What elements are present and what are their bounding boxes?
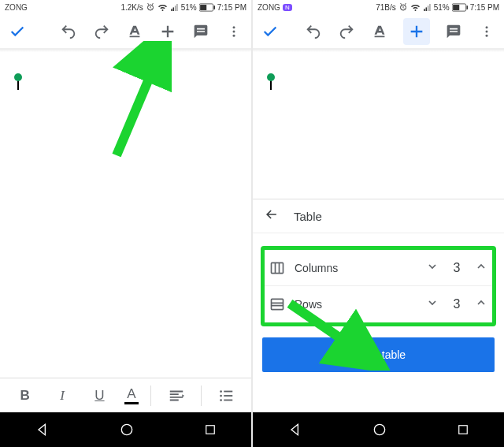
insert-table-label: Insert table <box>351 348 406 361</box>
align-button[interactable] <box>164 383 189 408</box>
check-icon <box>9 23 26 40</box>
battery-pct: 51% <box>434 3 450 12</box>
columns-value: 3 <box>453 261 461 275</box>
android-navbar <box>0 412 251 447</box>
columns-icon <box>269 260 285 276</box>
editor-toolbar <box>253 14 504 49</box>
rows-increase[interactable] <box>475 296 487 312</box>
recents-button[interactable] <box>203 423 217 437</box>
underline-button[interactable]: U <box>87 383 112 408</box>
columns-increase[interactable] <box>475 260 487 276</box>
square-recents-icon <box>456 423 470 437</box>
divider <box>150 386 151 406</box>
signal-icon <box>170 3 179 12</box>
home-button[interactable] <box>372 422 387 438</box>
chevron-up-icon <box>475 296 487 309</box>
overflow-menu[interactable] <box>224 22 243 41</box>
svg-rect-11 <box>224 395 233 397</box>
align-icon <box>168 387 185 404</box>
comment-button[interactable] <box>444 22 463 41</box>
svg-rect-3 <box>200 5 206 10</box>
carrier-label: ZONG <box>5 3 28 12</box>
done-button[interactable] <box>261 22 280 41</box>
back-button[interactable] <box>287 422 303 438</box>
insert-table-button[interactable]: Insert table <box>262 337 495 372</box>
clock: 7:15 PM <box>470 3 499 12</box>
chevron-up-icon <box>475 260 487 273</box>
redo-button[interactable] <box>92 22 111 41</box>
svg-rect-24 <box>272 299 284 309</box>
svg-rect-26 <box>458 426 467 434</box>
comment-icon <box>446 24 461 39</box>
text-cursor <box>270 77 272 90</box>
list-button[interactable] <box>213 383 239 408</box>
undo-icon <box>60 23 77 40</box>
comment-icon <box>193 24 209 39</box>
redo-button[interactable] <box>337 22 356 41</box>
chevron-down-icon <box>426 260 439 273</box>
svg-point-13 <box>121 424 132 434</box>
circle-home-icon <box>119 422 135 438</box>
home-button[interactable] <box>119 422 135 438</box>
redo-icon <box>338 23 355 40</box>
triangle-back-icon <box>35 422 50 438</box>
columns-decrease[interactable] <box>426 260 439 276</box>
arrow-back-icon <box>264 207 280 222</box>
rows-decrease[interactable] <box>426 296 439 312</box>
insert-button-active[interactable] <box>403 18 430 45</box>
columns-label: Columns <box>295 262 338 274</box>
text-format-icon <box>126 23 143 40</box>
text-format-button[interactable] <box>370 22 389 41</box>
rows-icon <box>269 296 285 312</box>
table-panel-header: Table <box>253 199 504 233</box>
svg-point-7 <box>220 390 223 393</box>
undo-button[interactable] <box>304 22 323 41</box>
svg-rect-10 <box>224 390 233 392</box>
bold-button[interactable]: B <box>13 383 38 408</box>
italic-button[interactable]: I <box>50 383 75 408</box>
back-button[interactable] <box>35 422 50 438</box>
svg-point-6 <box>233 34 235 36</box>
done-button[interactable] <box>8 22 27 41</box>
signal-icon <box>423 3 432 12</box>
divider <box>201 386 202 406</box>
check-icon <box>261 23 279 40</box>
document-canvas[interactable] <box>253 49 504 199</box>
undo-button[interactable] <box>59 22 78 41</box>
battery-icon <box>199 3 215 12</box>
recents-button[interactable] <box>456 423 470 437</box>
svg-point-4 <box>233 26 235 28</box>
svg-rect-14 <box>206 426 214 434</box>
net-speed: 1.2K/s <box>120 3 143 12</box>
table-panel-body: Columns 3 Rows 3 <box>253 233 504 380</box>
alarm-icon <box>146 2 155 12</box>
rows-row: Rows 3 <box>265 286 492 322</box>
insert-button[interactable] <box>158 22 177 41</box>
undo-icon <box>305 23 322 40</box>
clock: 7:15 PM <box>217 3 246 12</box>
plus-icon <box>159 23 176 40</box>
wifi-icon <box>158 2 168 12</box>
svg-rect-2 <box>213 6 215 9</box>
android-navbar <box>253 412 504 447</box>
format-bar: B I U A <box>0 378 251 412</box>
text-format-button[interactable] <box>125 22 144 41</box>
rows-value: 3 <box>453 297 461 311</box>
annotation-highlight-box: Columns 3 Rows 3 <box>261 246 496 326</box>
svg-point-20 <box>486 26 488 28</box>
document-canvas[interactable] <box>0 49 251 378</box>
svg-rect-23 <box>272 263 284 273</box>
comment-button[interactable] <box>191 22 210 41</box>
square-recents-icon <box>203 423 217 437</box>
svg-rect-12 <box>224 399 233 400</box>
redo-icon <box>93 23 110 40</box>
net-speed: 71B/s <box>376 3 396 12</box>
triangle-back-icon <box>287 422 303 438</box>
battery-pct: 51% <box>181 3 197 12</box>
text-color-button[interactable]: A <box>124 387 139 404</box>
svg-point-21 <box>486 30 488 32</box>
panel-title: Table <box>294 210 322 223</box>
overflow-menu[interactable] <box>477 22 496 41</box>
panel-back-button[interactable] <box>264 207 280 225</box>
svg-point-9 <box>220 399 223 401</box>
